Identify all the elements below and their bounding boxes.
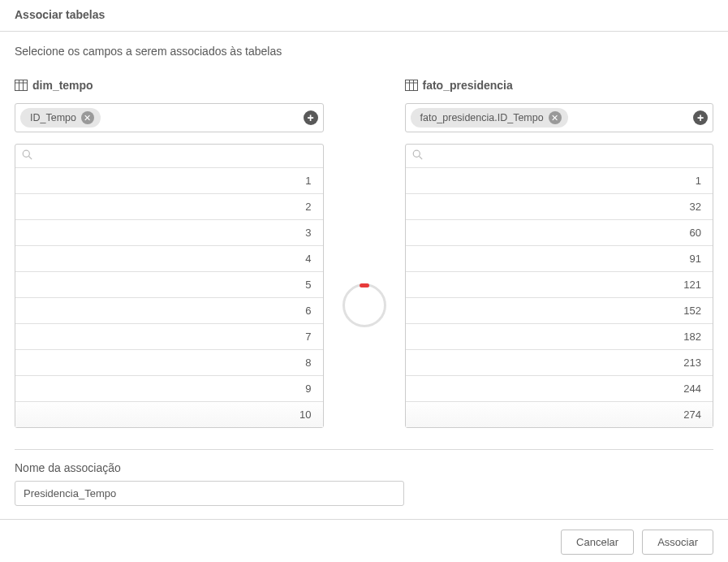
loading-spinner-icon [342,283,386,327]
svg-point-10 [413,150,420,157]
left-field-selector[interactable]: ID_Tempo ✕ + [15,103,324,132]
cancel-button[interactable]: Cancelar [561,530,634,555]
left-chip-label: ID_Tempo [30,112,76,123]
right-list: 1326091121152182213244274 [405,144,714,428]
table-icon [405,80,418,91]
right-search-row[interactable] [406,145,713,168]
association-name-input[interactable] [15,481,404,506]
search-icon [412,149,423,162]
list-item[interactable]: 60 [406,220,713,246]
list-item[interactable]: 4 [15,246,323,272]
left-table-name: dim_tempo [32,79,93,92]
right-chip-label: fato_presidencia.ID_Tempo [420,112,544,123]
association-name-label: Nome da associação [0,461,728,474]
list-item[interactable]: 1 [15,168,323,194]
list-item[interactable]: 7 [15,324,323,350]
associate-button[interactable]: Associar [642,530,713,555]
svg-rect-0 [15,80,28,91]
dialog-title: Associar tabelas [0,0,728,32]
list-item[interactable]: 9 [15,376,323,402]
right-table-col: fato_presidencia fato_presidencia.ID_Tem… [405,79,714,428]
left-search-row[interactable] [15,145,323,168]
svg-rect-6 [405,80,417,91]
list-item[interactable]: 152 [406,298,713,324]
left-list: 12345678910 [15,144,324,428]
add-field-icon[interactable]: + [304,110,318,125]
list-item[interactable]: 2 [15,194,323,220]
dialog-footer: Cancelar Associar [0,519,728,562]
svg-line-11 [419,157,422,160]
svg-point-4 [23,150,29,157]
list-item[interactable]: 6 [15,298,323,324]
list-item[interactable]: 213 [406,350,713,376]
list-item[interactable]: 3 [15,220,323,246]
left-search-input[interactable] [37,150,317,162]
list-item[interactable]: 91 [406,246,713,272]
list-item[interactable]: 274 [406,402,713,427]
list-item[interactable]: 121 [406,272,713,298]
right-field-chip[interactable]: fato_presidencia.ID_Tempo ✕ [411,108,568,128]
list-item[interactable]: 1 [406,168,713,194]
right-table-name: fato_presidencia [423,79,513,92]
list-item[interactable]: 10 [15,402,323,427]
remove-chip-icon[interactable]: ✕ [81,111,94,124]
left-field-chip[interactable]: ID_Tempo ✕ [20,108,101,128]
list-item[interactable]: 32 [406,194,713,220]
left-table-col: dim_tempo ID_Tempo ✕ + 12345678910 [15,79,324,428]
right-field-selector[interactable]: fato_presidencia.ID_Tempo ✕ + [405,103,714,132]
right-search-input[interactable] [428,150,707,162]
svg-line-5 [29,157,32,160]
table-icon [15,80,28,91]
list-item[interactable]: 5 [15,272,323,298]
list-item[interactable]: 182 [406,324,713,350]
list-item[interactable]: 8 [15,350,323,376]
divider [15,449,713,450]
list-item[interactable]: 244 [406,376,713,402]
instruction-text: Selecione os campos a serem associados à… [15,45,713,58]
add-field-icon[interactable]: + [693,110,708,125]
remove-chip-icon[interactable]: ✕ [549,111,562,124]
search-icon [22,149,32,162]
